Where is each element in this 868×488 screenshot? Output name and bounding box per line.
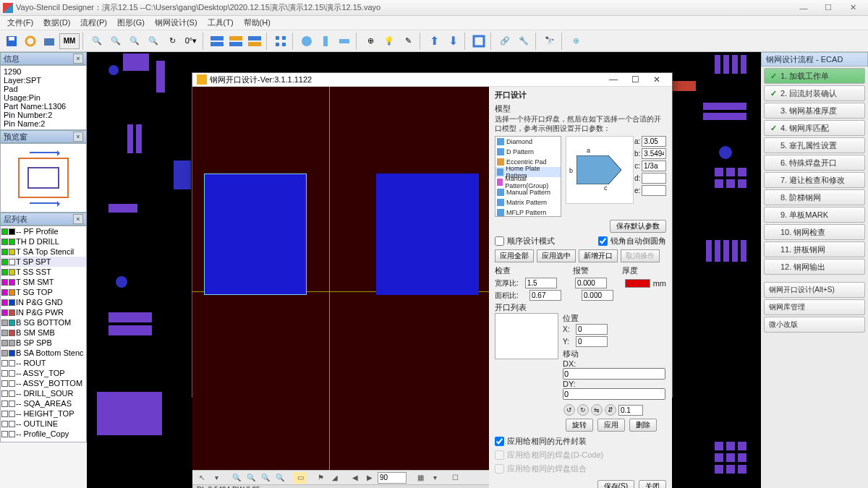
layer-row[interactable]: -- HEIGHT_TOP [1,408,86,419]
layer-row[interactable]: -- SQA_AREAS [1,398,86,408]
close-dialog-button[interactable]: 关闭 [639,480,666,488]
layer-row[interactable]: B SM SMB [1,328,86,338]
bulb-icon[interactable]: 💡 [380,33,398,50]
refresh-icon[interactable]: ↻ [163,33,181,50]
rot-value-input[interactable] [618,405,643,416]
dim-b-input[interactable] [642,148,666,159]
crosshair-icon[interactable]: ⊕ [567,33,584,50]
dim-a-input[interactable] [642,136,666,147]
workflow-step[interactable]: ✓2. 回流封装确认 [764,85,865,101]
binoculars-icon[interactable]: 🔭 [541,33,558,50]
wf-extra-lib[interactable]: 钢网库管理 [764,299,865,315]
zoom-fit-icon[interactable]: 🔍 [126,33,143,50]
menu-tools[interactable]: 工具(T) [203,16,238,30]
model-item[interactable]: Manual Pattern(Group) [495,177,561,187]
zoom-in-icon[interactable]: 🔍 [88,33,106,50]
mini-zoomfit-icon[interactable]: 🔍 [259,472,272,484]
mini-zoomall-icon[interactable]: 🔍 [273,472,286,484]
menu-file[interactable]: 文件(F) [3,16,38,30]
layer-row[interactable]: TH D DRILL [1,236,86,247]
layer-row[interactable]: -- OUTLINE [1,419,86,429]
rotate-icon[interactable]: 0°▾ [182,33,200,50]
pencil-icon[interactable]: ✎ [399,33,417,50]
layer-row[interactable]: IN P&G PWR [1,307,86,317]
layers-close-icon[interactable]: × [73,214,83,224]
layer-row[interactable]: B SA Bottom Stenc [1,348,86,358]
mini-flag1-icon[interactable]: ⚑ [314,472,327,484]
layer-row[interactable]: IN P&G GND [1,297,86,307]
move-dy-input[interactable] [563,388,665,400]
workflow-step[interactable]: 10. 钢网检查 [764,224,865,240]
ratio-w-input[interactable] [525,278,557,288]
dim-c-input[interactable] [642,160,666,171]
model-item[interactable]: D Pattern [495,147,561,157]
zoom-window-icon[interactable]: 🔍 [145,33,162,50]
alert-a-input[interactable] [582,290,613,301]
apply-sel-button[interactable]: 应用选中 [537,249,576,262]
cancel-op-button[interactable]: 取消操作 [621,249,660,262]
mini-next-icon[interactable]: ▶ [363,472,376,484]
layer-row[interactable]: -- ASSY_BOTTOM [1,378,86,388]
layer-row[interactable]: T SP SPT [1,257,86,267]
workflow-step[interactable]: ✓1. 加载工作单 [764,68,865,84]
save-s-button[interactable]: 保存(S) [597,480,634,488]
dialog-maximize-button[interactable]: ☐ [624,73,646,86]
dialog-close-button[interactable]: ✕ [646,73,668,86]
save-defaults-button[interactable]: 保存默认参数 [610,220,666,233]
dialog-minimize-button[interactable]: — [603,73,624,86]
info-close-icon[interactable]: × [73,53,83,64]
reload-icon[interactable] [22,33,39,50]
menu-graphics[interactable]: 图形(G) [113,16,149,30]
workflow-step[interactable]: 8. 阶梯钢网 [764,189,865,205]
new-opening-button[interactable]: 新增开口 [579,249,618,262]
rot-ccw-icon[interactable]: ↺ [563,404,575,416]
mini-flag2-icon[interactable]: ◢ [328,472,341,484]
gear-icon[interactable]: 🔧 [515,33,532,50]
dim-d-input[interactable] [642,173,666,184]
vrect-icon[interactable] [317,33,334,50]
target-icon[interactable]: ⊕ [362,33,379,50]
delete-button[interactable]: 删除 [629,419,657,432]
layer-row[interactable]: -- DRILL_SOUR [1,388,86,398]
layer-row[interactable]: B SG BOTTOM [1,317,86,328]
alert-w-input[interactable] [575,278,607,288]
workflow-step[interactable]: 9. 单板MARK [764,207,865,223]
preview-close-icon[interactable]: × [73,132,83,142]
dialog-titlebar[interactable]: 钢网开口设计-Ver:3.1.1.1122 — ☐ ✕ [192,73,672,87]
hrect-icon[interactable] [336,33,353,50]
rot-cw-icon[interactable]: ↻ [577,404,589,416]
select-icon[interactable] [272,33,289,50]
unit-mm-button[interactable]: MM [59,33,80,49]
minimize-button[interactable]: — [791,1,816,14]
rot-flip-v-icon[interactable]: ⇵ [605,404,616,416]
mini-grid-icon[interactable]: ▦ [414,472,427,484]
layer-row[interactable]: T SM SMT [1,277,86,287]
workflow-step[interactable]: 3. 钢网基准厚度 [764,103,865,119]
mini-zoom-input[interactable] [378,472,407,484]
mini-window-icon[interactable]: ☐ [448,472,461,484]
mini-prev-icon[interactable]: ◀ [349,472,362,484]
dim-e-input[interactable] [642,185,666,196]
layer-row[interactable]: T SG TOP [1,287,86,297]
workflow-step[interactable]: 5. 塞孔属性设置 [764,137,865,153]
layer3-icon[interactable] [246,33,263,50]
menu-stencil[interactable]: 钢网设计(S) [150,16,202,30]
workflow-step[interactable]: 7. 避让检查和修改 [764,172,865,188]
mini-cursor-icon[interactable]: ↖ [195,472,208,484]
zoom-out-icon[interactable]: 🔍 [107,33,124,50]
layer-row[interactable]: T SS SST [1,267,86,277]
circle-icon[interactable] [298,33,315,50]
rot-flip-h-icon[interactable]: ⇋ [591,404,603,416]
mini-zoomin-icon[interactable]: 🔍 [230,472,243,484]
pos-x-input[interactable] [576,324,608,335]
mini-highlight-icon[interactable]: ▭ [294,472,307,484]
close-button[interactable]: ✕ [841,1,865,14]
same-pkg-checkbox[interactable] [495,437,504,446]
thickness-color-swatch[interactable] [625,279,650,288]
model-item[interactable]: MFLP Pattern [495,207,561,217]
layer-row[interactable]: T SA Top Stencil [1,247,86,257]
save-icon[interactable] [3,33,20,50]
folder-icon[interactable] [41,33,58,50]
wf-extra-minor[interactable]: 微小改版 [764,317,865,333]
apply-button[interactable]: 应用 [597,419,625,432]
